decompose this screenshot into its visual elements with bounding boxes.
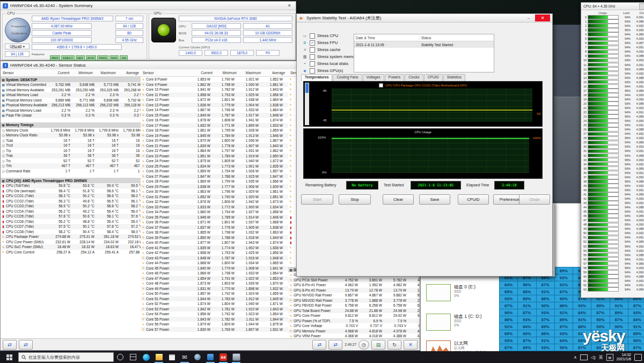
sensor-header-cell[interactable]: Average — [262, 71, 287, 75]
sensor-row[interactable]: ϟGPU Memory Power4.968 W4.818 W4.978 W4.… — [288, 329, 420, 334]
sensor-row[interactable]: ◷Tcas16 T16 T16 T16 T — [1, 138, 141, 143]
stress-option[interactable]: ▭Stress CPU — [302, 32, 358, 39]
file-explorer-icon[interactable] — [152, 351, 165, 363]
sensor-row[interactable]: ▮CPU CCD3 (Tdie)58.5 °C50.2 °C58.8 °C58.… — [1, 204, 141, 209]
sensor-row[interactable]: ▮CPU CCD8 (Tdie)58.2 °C50.4 °C58.4 °C58.… — [1, 229, 141, 235]
sensor-header-cell[interactable]: Average — [118, 71, 141, 75]
sensor-header-cell[interactable]: Current — [190, 71, 214, 75]
sensor-row[interactable]: ◷Memory Clock Ratio53.98 x53.98 x53.98 x… — [1, 133, 141, 138]
sensor-row[interactable]: ◷Trc52 T52 T52 T52 T — [1, 158, 141, 164]
mail-icon[interactable]: ✉ — [178, 351, 191, 363]
sensor-row[interactable]: ϟCore 30 Power1.863 W1.796 W1.929 W1.861… — [141, 189, 288, 194]
sensor-row[interactable]: ϟCPU Package Power279.88 W275.31 W281.18… — [1, 234, 141, 239]
ime-icon[interactable]: ▤ — [606, 354, 613, 361]
sensor-row[interactable]: ϟCPU Core Current258.27 A254.12 A259.41 … — [1, 250, 141, 255]
sensor-row[interactable]: ϟCore 53 Power1.842 W1.781 W1.910 W1.843… — [141, 307, 288, 312]
sensor-row[interactable]: ϟCore 37 Power1.837 W1.776 W1.905 W1.838… — [141, 225, 288, 230]
layout-button[interactable]: ⇄ — [312, 340, 326, 350]
stress-option[interactable]: ≡Stress cache — [302, 46, 358, 53]
sensor-row[interactable]: ◷Command Rate1 T1 T1 T1 T — [1, 169, 141, 174]
sensor-row[interactable]: ϟCore 21 Power1.839 W1.778 W1.907 W1.840… — [141, 143, 288, 149]
tab-clocks[interactable]: Clocks — [405, 74, 423, 81]
legend-checkbox[interactable] — [379, 83, 383, 88]
sensor-row[interactable]: ϟCore 31 Power1.852 W1.790 W1.920 W1.851… — [141, 194, 288, 200]
stress-checkbox[interactable] — [310, 33, 315, 39]
taskbar-search[interactable]: 在这里输入你要搜索的内容 — [18, 352, 114, 362]
sensor-row[interactable]: ϟCore 24 Power1.875 W1.805 W1.940 W1.872… — [141, 158, 288, 164]
stress-option[interactable]: ◈Stress GPU(s) — [302, 67, 358, 74]
sensor-row[interactable]: ϟCore 18 Power1.861 W1.795 W1.928 W1.859… — [141, 128, 288, 133]
tab-powers[interactable]: Powers — [385, 74, 405, 81]
sensor-row[interactable]: ▮CPU CCD2 (Tdie)56.3 °C49.8 °C56.5 °C56.… — [1, 199, 141, 204]
sensor-row[interactable]: ϟCore 17 Power1.832 W1.771 W1.899 W1.833… — [141, 123, 288, 128]
clear-button[interactable]: Clear — [383, 194, 414, 205]
tab-voltages[interactable]: Voltages — [363, 74, 384, 81]
sensor-row[interactable]: ϟGPU 8-Pin #2 Power13.79 W12.78 W13.79 W… — [288, 288, 420, 293]
sensor-row[interactable]: ϟCore 45 Power1.840 W1.779 W1.908 W1.841… — [141, 266, 288, 271]
sensor-row[interactable]: ϟGPU Power (% of TDP)7.5 %6.9 %7.9 %7.5 … — [288, 318, 420, 324]
sensor-row[interactable]: ϟGPU Total Board Power24.88 W21.88 W24.9… — [288, 308, 420, 314]
taskman-sidebar-item[interactable]: 磁盘 1 (C: D:)SSD0% — [426, 314, 481, 331]
app-globe-icon[interactable] — [191, 351, 204, 363]
sensor-row[interactable]: ϟGPU NVVDD Rail Power9.867 W4.867 W9.882… — [288, 293, 420, 298]
stress-checkbox[interactable] — [310, 47, 315, 53]
gpu-name-link[interactable]: NVIDIA GeForce RTX 3080 — [179, 16, 292, 21]
task-view-icon[interactable] — [127, 351, 140, 363]
sensor-row[interactable]: ϟCore 49 Power1.831 W1.770 W1.898 W1.832… — [141, 286, 288, 292]
sensor-group-header[interactable]: ▣CPU [#0]: AMD Ryzen Threadripper PRO 39… — [1, 178, 141, 183]
sensor-row[interactable]: ϟCore 35 Power1.846 W1.785 W1.914 W1.846… — [141, 215, 288, 220]
sensor-row[interactable]: ◷Trcd16 T16 T16 T16 T — [1, 143, 141, 148]
sensor-row[interactable]: ϟCore 19 Power1.845 W1.784 W1.913 W1.846… — [141, 133, 288, 139]
sensor-row[interactable]: ϟGPU 8-Pin #1 Power4.962 W1.952 W4.982 W… — [288, 282, 420, 288]
sensor-header-cell[interactable]: Sensor — [141, 71, 190, 75]
sensor-row[interactable]: ϟCore 11 Power1.858 W1.793 W1.925 W1.856… — [141, 92, 288, 98]
sensor-row[interactable]: ▦Virtual Memory Load2.2 %2.2 %2.3 %2.2 % — [1, 92, 141, 98]
cpuid-button[interactable]: CPUID — [458, 194, 489, 205]
sensor-row[interactable]: ϟCore 33 Power1.833 W1.772 W1.900 W1.834… — [141, 205, 288, 210]
sensor-row[interactable]: ϟCore 51 Power1.844 W1.783 W1.912 W1.845… — [141, 296, 288, 302]
sensor-row[interactable]: ϟCore 36 Power1.871 W1.801 W1.937 W1.868… — [141, 220, 288, 225]
tab-statistics[interactable]: Statistics — [443, 74, 465, 81]
log-row[interactable]: 2021-1-6 11:13:05 Stability Test Started — [354, 41, 494, 48]
sensor-row[interactable]: ϟCore 16 Power1.878 W1.808 W1.941 W1.874… — [141, 118, 288, 123]
sensor-row[interactable]: ▮CPU (Tctl/Tdie)59.8 °C53.6 °C59.9 °C59.… — [1, 183, 141, 188]
sensor-row[interactable]: ▮CPU CCD4 (Tdie)56.2 °C49.2 °C56.4 °C56.… — [1, 209, 141, 214]
action-center-icon[interactable] — [634, 354, 642, 361]
sensor-row[interactable]: ϟCPU SoC Power (SMU)18.48 W18.32 W18.63 … — [1, 244, 141, 250]
sensor-row[interactable]: ▮CPU CCD1 (Tdie)58.3 °C50.2 °C58.6 °C58.… — [1, 193, 141, 199]
stress-option[interactable]: ⚙✓Stress FPU — [302, 39, 358, 46]
sensor-row[interactable]: ϟCore 57 Power1.830 W1.769 W1.897 W1.831… — [141, 327, 288, 332]
sensor-row[interactable]: ϟCore 41 Power1.835 W1.774 W1.902 W1.836… — [141, 245, 288, 251]
input-language-indicator[interactable]: 英 — [599, 354, 603, 360]
reset-clock-button[interactable]: ◷ — [358, 340, 369, 350]
cores-menu-button[interactable] — [639, 3, 644, 10]
hwinfo-taskbar-icon[interactable]: 64 — [217, 351, 230, 363]
stress-checkbox[interactable] — [310, 61, 315, 67]
sensor-header-cell[interactable]: Current — [48, 71, 71, 75]
tab-temperatures[interactable]: Temperatures — [301, 74, 332, 81]
sensor-row[interactable]: ϟCore 27 Power1.847 W1.786 W1.915 W1.847… — [141, 174, 288, 179]
sensor-group-header[interactable]: ▣Memory Timings — [1, 122, 141, 128]
sensor-row[interactable]: ϟCore 29 Power1.838 W1.777 W1.906 W1.839… — [141, 184, 288, 190]
sensor-row[interactable]: ϟCore 22 Power1.864 W1.797 W1.931 W1.862… — [141, 148, 288, 154]
sensor-row[interactable]: ▦Virtual Memory Commited5,762 MB5,698 MB… — [1, 82, 141, 88]
sensor-row[interactable]: ◷Tras36 T36 T36 T36 T — [1, 153, 141, 158]
tab-cpuid[interactable]: CPUID — [424, 74, 443, 81]
taskman-sidebar-item[interactable]: 磁盘 0 (E:)SSD0% — [426, 284, 475, 301]
sensor-row[interactable]: ▮CPU CCD6 (Tdie)55.2 °C48.8 °C55.4 °C55.… — [1, 219, 141, 224]
sensor-row[interactable]: ϟCore 48 Power1.873 W1.803 W1.939 W1.870… — [141, 281, 288, 286]
close-sensors-button[interactable]: ✕ — [404, 340, 418, 350]
sensor-row[interactable]: ϟCore 39 Power1.850 W1.788 W1.918 W1.849… — [141, 235, 288, 241]
sensor-row[interactable]: ▮CPU Die (average)58.4 °C51.8 °C58.6 °C5… — [1, 188, 141, 194]
sensor-header-cell[interactable]: Maximum — [238, 71, 262, 75]
logging-button[interactable]: ▤ — [371, 340, 385, 350]
sensor-header-cell[interactable]: Minimum — [71, 71, 94, 75]
stop-button[interactable]: Stop — [339, 194, 371, 205]
minimize-button[interactable]: – — [524, 15, 533, 21]
tray-chevron-icon[interactable]: ∧ — [574, 355, 577, 360]
sensor-group-header[interactable]: ▣System: DESKTOP — [1, 77, 141, 82]
sensor-row[interactable]: ▦Virtual Memory Available253,261 MB253,2… — [1, 88, 141, 93]
sensor-row[interactable]: ϟCore 14 Power1.867 W1.796 W1.933 W1.864… — [141, 107, 288, 113]
sensor-row[interactable]: ▮CPU CCD5 (Tdie)57.8 °C50.6 °C58.1 °C57.… — [1, 214, 141, 219]
stress-option[interactable]: ▥Stress system memory — [302, 53, 358, 60]
